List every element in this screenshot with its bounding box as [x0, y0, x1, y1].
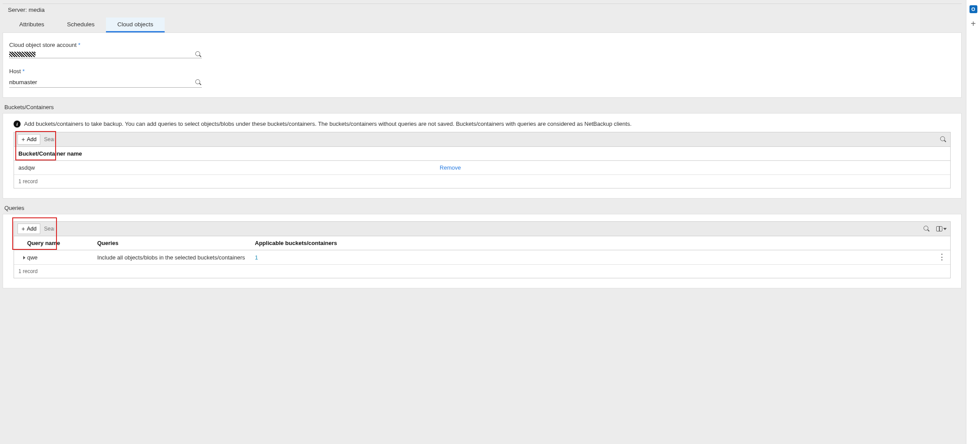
search-icon — [940, 136, 947, 143]
table-row[interactable]: qwe Include all objects/blobs in the sel… — [14, 250, 950, 265]
tab-cloud-objects[interactable]: Cloud objects — [106, 18, 165, 32]
server-label: Server: — [8, 7, 27, 13]
queries-title: Queries — [3, 199, 962, 214]
chevron-right-icon[interactable] — [23, 256, 25, 259]
host-input[interactable] — [9, 77, 195, 87]
buckets-record-count: 1 record — [14, 175, 950, 188]
server-name: media — [28, 7, 45, 13]
account-label: Cloud object store account * — [9, 42, 955, 48]
cloud-objects-form: Cloud object store account * Host * — [3, 32, 962, 98]
queries-table-wrap: + Add — [14, 221, 951, 278]
bucket-name: asdqw — [14, 161, 435, 175]
queries-search-button[interactable] — [923, 225, 930, 232]
outlook-icon[interactable] — [969, 5, 977, 13]
query-bucket-count[interactable]: 1 — [255, 254, 258, 261]
right-dock: + — [966, 0, 980, 444]
queries-header-buckets[interactable]: Applicable buckets/containers — [250, 236, 933, 250]
tab-attributes[interactable]: Attributes — [8, 18, 56, 32]
buckets-title: Buckets/Containers — [3, 98, 962, 113]
buckets-table-wrap: + Add Bucket/Container name — [14, 132, 951, 188]
buckets-panel: i Add buckets/containers to take backup.… — [3, 113, 962, 199]
columns-icon — [936, 226, 942, 231]
highlight-annotation — [12, 217, 57, 250]
row-actions-menu[interactable]: ⋮ — [938, 254, 946, 260]
columns-button[interactable] — [936, 226, 947, 231]
queries-header-queries[interactable]: Queries — [93, 236, 250, 250]
queries-panel: + Add — [3, 214, 962, 288]
query-description: Include all objects/blobs in the selecte… — [93, 250, 250, 265]
buckets-header-name[interactable]: Bucket/Container name — [14, 147, 435, 161]
account-input-wrap[interactable] — [9, 51, 202, 58]
redacted-value — [9, 52, 35, 57]
chevron-down-icon — [943, 228, 947, 230]
add-app-button[interactable]: + — [971, 19, 976, 28]
search-icon[interactable] — [195, 79, 202, 86]
queries-record-count: 1 record — [14, 265, 950, 278]
tab-schedules[interactable]: Schedules — [56, 18, 106, 32]
tabs: Attributes Schedules Cloud objects — [3, 18, 962, 32]
server-header: Server: media — [3, 4, 962, 14]
buckets-info-text: Add buckets/containers to take backup. Y… — [24, 121, 631, 127]
bucket-remove-link[interactable]: Remove — [440, 164, 461, 171]
query-name: qwe — [27, 250, 93, 265]
buckets-search-button[interactable] — [940, 136, 947, 143]
search-icon[interactable] — [195, 51, 202, 58]
host-label: Host * — [9, 68, 955, 75]
host-input-wrap[interactable] — [9, 77, 202, 88]
table-row[interactable]: asdqw Remove — [14, 161, 950, 175]
search-icon — [923, 225, 930, 232]
info-icon: i — [14, 121, 21, 128]
highlight-annotation — [15, 131, 56, 160]
